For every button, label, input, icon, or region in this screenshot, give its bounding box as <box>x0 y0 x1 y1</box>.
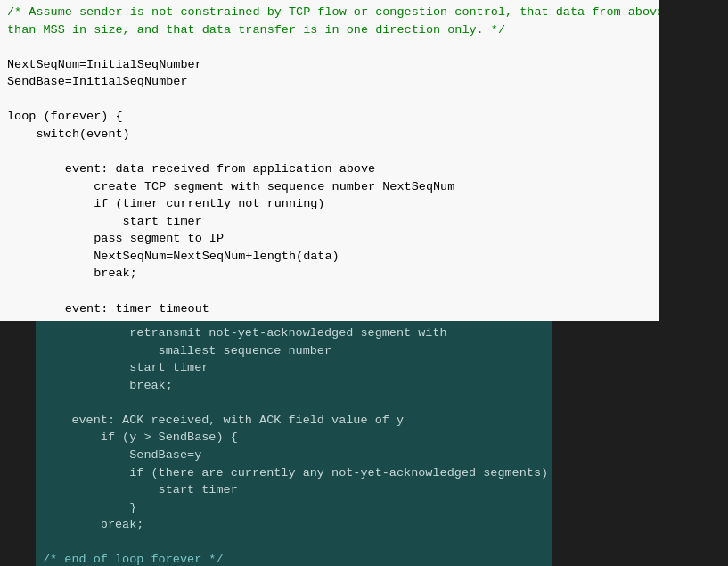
create-segment-line: create TCP segment with sequence number … <box>7 178 652 196</box>
close-brace-line: } <box>43 499 545 517</box>
if-timer-line: if (timer currently not running) <box>7 195 652 213</box>
event-ack-line: event: ACK received, with ACK field valu… <box>43 412 545 430</box>
start-timer-line-1: start timer <box>7 213 652 231</box>
break-line-3: break; <box>43 516 545 534</box>
send-base-line: SendBase=InitialSeqNumber <box>7 73 652 91</box>
break-line-1: break; <box>7 265 652 283</box>
blank-line-1 <box>7 38 652 56</box>
next-seq-num-update-line: NextSeqNum=NextSeqNum+length(data) <box>7 248 652 266</box>
start-timer-line-3: start timer <box>43 481 545 499</box>
code-container: /* Assume sender is not constrained by T… <box>0 0 728 566</box>
if-y-sendbase-line: if (y > SendBase) { <box>43 429 545 447</box>
bottom-code-section: retransmit not-yet-acknowledged segment … <box>36 321 552 566</box>
sendbase-y-line: SendBase=y <box>43 447 545 464</box>
next-seq-num-line: NextSeqNum=InitialSeqNumber <box>7 56 652 74</box>
event-data-line: event: data received from application ab… <box>7 160 652 178</box>
blank-line-4 <box>7 283 652 300</box>
top-code-section: /* Assume sender is not constrained by T… <box>0 0 659 321</box>
retransmit-line: retransmit not-yet-acknowledged segment … <box>43 324 545 342</box>
if-segments-line: if (there are currently any not-yet-ackn… <box>43 464 545 482</box>
loop-line: loop (forever) { <box>7 108 652 126</box>
blank-line-6 <box>43 534 545 552</box>
blank-line-5 <box>43 394 545 412</box>
comment-line-1: /* Assume sender is not constrained by T… <box>7 4 652 21</box>
blank-line-3 <box>7 144 652 161</box>
pass-segment-line: pass segment to IP <box>7 230 652 248</box>
event-timer-line: event: timer timeout <box>7 300 652 318</box>
end-loop-comment: /* end of loop forever */ <box>43 551 545 566</box>
comment-line-2: than MSS in size, and that data transfer… <box>7 21 652 39</box>
switch-line: switch(event) <box>7 126 652 144</box>
blank-line-2 <box>7 91 652 109</box>
start-timer-line-2: start timer <box>43 359 545 377</box>
break-line-2: break; <box>43 377 545 395</box>
smallest-seq-line: smallest sequence number <box>43 342 545 360</box>
